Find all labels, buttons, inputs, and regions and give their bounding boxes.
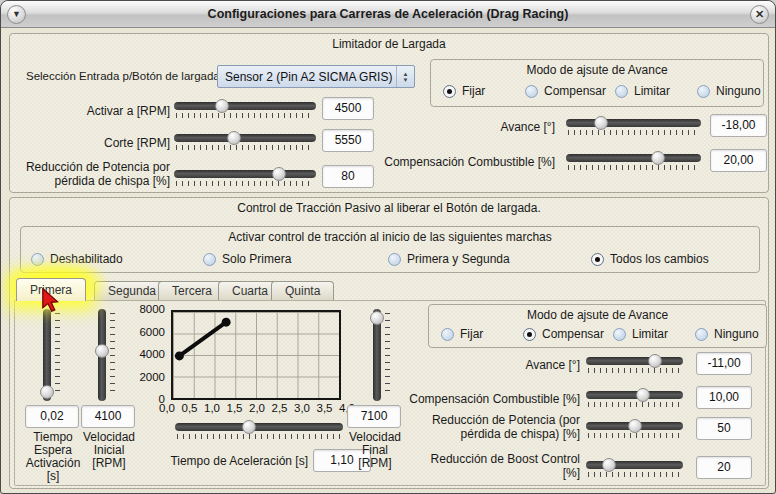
tab-primera[interactable]: Primera — [16, 278, 86, 301]
limitador-title: Limitador de Largada — [10, 37, 768, 51]
x-tick-label: 1,5 — [227, 402, 243, 414]
marchas-group: Activar control de tracción al inicio de… — [20, 226, 760, 273]
modo-avance-group-1: Modo de ajsute de Avance Fijar Compensar… — [430, 59, 764, 107]
chevron-down-icon: ▼ — [12, 9, 21, 19]
avance-slider-2[interactable] — [586, 356, 683, 372]
radio-icon — [443, 85, 456, 98]
radio-icon — [695, 328, 708, 341]
spinner-icon[interactable]: ▲▼ — [396, 66, 414, 87]
y-tick-label: 6000 — [127, 326, 165, 340]
y-tick-label: 2000 — [127, 371, 165, 385]
reduccion-boost-slider[interactable] — [586, 460, 683, 476]
final-vslider[interactable] — [371, 309, 389, 401]
final-label: Velocidad Final [RPM] — [337, 431, 413, 470]
reduccion-potencia-value-field-2[interactable]: 50 — [696, 417, 752, 440]
reduccion-boost-value-field[interactable]: 20 — [696, 456, 752, 479]
radio-icon — [31, 253, 44, 266]
radio-compensar-1[interactable]: Compensar — [525, 84, 606, 98]
radio-icon — [591, 253, 604, 266]
inicial-label: Velocidad Inicial [RPM] — [71, 431, 147, 470]
inicial-value-field[interactable]: 4100 — [81, 405, 135, 428]
entrada-combobox-value: Sensor 2 (Pin A2 SICMA GRIS) — [225, 70, 392, 84]
x-tick-label: 0,5 — [182, 402, 198, 414]
corte-label: Corte [RPM] — [20, 136, 170, 150]
drag-racing-config-window: ▼ Configuraciones para Carreras de Acele… — [0, 0, 776, 494]
radio-icon — [523, 328, 536, 341]
avance-label-1: Avance [°] — [390, 120, 555, 134]
x-tick-label: 2,0 — [249, 402, 265, 414]
comp-combustible-value-field-2[interactable]: 10,00 — [696, 386, 752, 409]
y-tick-label: 8000 — [127, 303, 165, 317]
reduccion-potencia-label: Reducción de Potencia por pérdida de chi… — [12, 160, 170, 188]
primera-tab-panel: 0,02 Tiempo Espera Activación [s] 4100 V… — [14, 300, 766, 486]
x-tick-label: 3,0 — [294, 402, 310, 414]
corte-value-field[interactable]: 5550 — [322, 129, 374, 152]
radio-deshabilitado[interactable]: Deshabilitado — [31, 252, 123, 266]
comp-combustible-label-1: Compensación Combustible [%] — [350, 155, 555, 169]
reduccion-potencia-slider-2[interactable] — [586, 421, 683, 437]
chart-x-ticks: 0,00,51,01,52,02,53,03,54,0 — [159, 402, 355, 414]
radio-ninguno-1[interactable]: Ninguno — [697, 84, 761, 98]
chart-y-ticks: 80006000400020000 — [127, 303, 165, 408]
reduccion-boost-label: Reducción de Boost Control [%] — [415, 452, 580, 480]
modo-avance-title-1: Modo de ajsute de Avance — [431, 63, 763, 77]
espera-vslider[interactable] — [41, 309, 59, 401]
tiempo-aceleracion-label: Tiempo de Aceleración [s] — [153, 454, 308, 468]
x-tick-label: 0,0 — [159, 402, 175, 414]
radio-fijar-2[interactable]: Fijar — [441, 327, 483, 341]
traccion-title: Control de Tracción Pasivo al liberar el… — [10, 201, 768, 215]
close-button[interactable]: ✕ — [750, 5, 769, 24]
traccion-group: Control de Tracción Pasivo al liberar el… — [9, 197, 769, 489]
entrada-label: Selección Entrada p/Botón de largada — [26, 70, 220, 82]
avance-label-2: Avance [°] — [415, 358, 580, 372]
radio-icon — [388, 253, 401, 266]
radio-primera-y-segunda[interactable]: Primera y Segunda — [388, 252, 510, 266]
radio-limitar-2[interactable]: Limitar — [613, 327, 668, 341]
close-icon: ✕ — [755, 8, 764, 20]
radio-ninguno-2[interactable]: Ninguno — [695, 327, 759, 341]
marchas-title: Activar control de tracción al inicio de… — [21, 230, 759, 244]
comp-combustible-slider-2[interactable] — [586, 390, 683, 406]
x-tick-label: 1,0 — [204, 402, 220, 414]
avance-value-field-2[interactable]: -11,00 — [696, 352, 752, 375]
activar-label: Activar a [RPM] — [20, 104, 170, 118]
tiempo-aceleracion-slider[interactable] — [175, 422, 343, 438]
radio-icon — [697, 85, 710, 98]
tab-tercera[interactable]: Tercera — [158, 281, 226, 301]
reduccion-potencia-slider[interactable] — [174, 169, 316, 185]
y-tick-label: 4000 — [127, 348, 165, 362]
avance-value-field-1[interactable]: -18,00 — [710, 114, 767, 137]
radio-icon — [613, 328, 626, 341]
titlebar: ▼ Configuraciones para Carreras de Acele… — [1, 1, 775, 28]
activar-value-field[interactable]: 4500 — [322, 97, 374, 120]
radio-fijar-1[interactable]: Fijar — [443, 84, 485, 98]
modo-avance-group-2: Modo de ajsute de Avance Fijar Compensar… — [428, 304, 767, 348]
chart-line-svg — [173, 312, 343, 402]
radio-todos-los-cambios[interactable]: Todos los cambios — [591, 252, 709, 266]
final-value-field[interactable]: 7100 — [347, 405, 401, 428]
corte-slider[interactable] — [174, 133, 316, 149]
gear-tabs: Primera Segunda Tercera Cuarta Quinta — [16, 281, 756, 301]
rpm-time-chart — [171, 310, 341, 400]
window-menu-button[interactable]: ▼ — [7, 5, 26, 24]
espera-value-field[interactable]: 0,02 — [25, 405, 79, 428]
radio-icon — [203, 253, 216, 266]
radio-limitar-1[interactable]: Limitar — [615, 84, 670, 98]
entrada-combobox[interactable]: Sensor 2 (Pin A2 SICMA GRIS) ▲▼ — [217, 65, 415, 88]
comp-combustible-slider-1[interactable] — [566, 153, 701, 169]
x-tick-label: 3,5 — [317, 402, 333, 414]
avance-slider-1[interactable] — [566, 118, 701, 134]
modo-avance-title-2: Modo de ajsute de Avance — [429, 308, 766, 322]
radio-icon — [441, 328, 454, 341]
radio-solo-primera[interactable]: Solo Primera — [203, 252, 291, 266]
window-title: Configuraciones para Carreras de Acelera… — [41, 1, 735, 27]
activar-slider[interactable] — [174, 101, 316, 117]
radio-compensar-2[interactable]: Compensar — [523, 327, 604, 341]
limitador-group: Limitador de Largada Selección Entrada p… — [9, 33, 769, 193]
radio-icon — [525, 85, 538, 98]
x-tick-label: 2,5 — [272, 402, 288, 414]
tab-quinta[interactable]: Quinta — [271, 281, 334, 301]
radio-icon — [615, 85, 628, 98]
comp-combustible-value-field-1[interactable]: 20,00 — [710, 149, 767, 172]
inicial-vslider[interactable] — [96, 309, 114, 401]
